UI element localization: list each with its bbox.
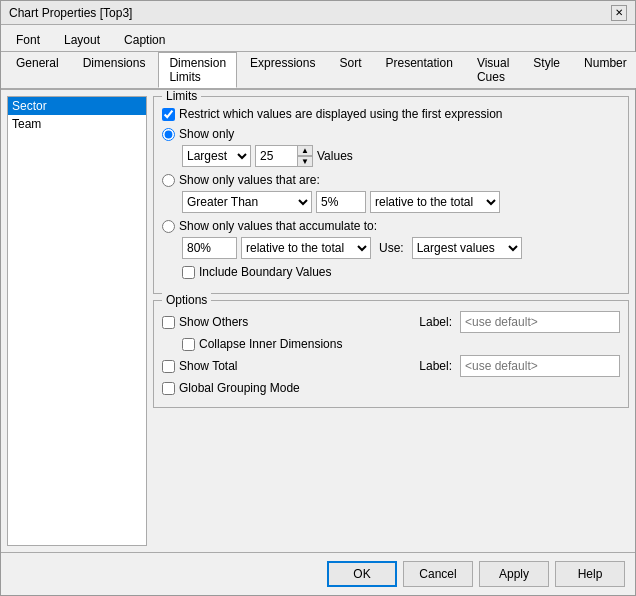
boundary-row: Include Boundary Values (182, 265, 620, 279)
total-label-input[interactable] (460, 355, 620, 377)
show-only-dropdown[interactable]: Largest Smallest (182, 145, 251, 167)
show-others-checkbox[interactable] (162, 316, 175, 329)
list-item-team[interactable]: Team (8, 115, 146, 133)
limits-group-title: Limits (162, 90, 201, 103)
show-total-checkbox[interactable] (162, 360, 175, 373)
title-bar: Chart Properties [Top3] ✕ (1, 1, 635, 25)
spinner-down-btn[interactable]: ▼ (297, 156, 313, 167)
tabs-row2: General Dimensions Dimension Limits Expr… (1, 52, 635, 90)
restrict-label: Restrict which values are displayed usin… (179, 107, 502, 121)
show-only-spinner: ▲ ▼ (255, 145, 313, 167)
apply-button[interactable]: Apply (479, 561, 549, 587)
others-label-input[interactable] (460, 311, 620, 333)
ok-button[interactable]: OK (327, 561, 397, 587)
show-total-label: Show Total (179, 359, 237, 373)
show-values-label: Show only values that are: (179, 173, 320, 187)
tab-sort[interactable]: Sort (328, 52, 372, 88)
others-label-text: Label: (419, 315, 452, 329)
tab-layout[interactable]: Layout (53, 29, 111, 51)
tabs-row1: Font Layout Caption (1, 25, 635, 52)
show-values-radio[interactable] (162, 174, 175, 187)
close-icon: ✕ (615, 7, 623, 18)
collapse-inner-label: Collapse Inner Dimensions (199, 337, 342, 351)
relative-dropdown[interactable]: relative to the total absolute (370, 191, 500, 213)
use-label: Use: (379, 241, 404, 255)
spinner-up-btn[interactable]: ▲ (297, 145, 313, 156)
boundary-label: Include Boundary Values (199, 265, 332, 279)
condition-controls: Greater Than Less Than Equal To relative… (182, 191, 620, 213)
tab-caption[interactable]: Caption (113, 29, 176, 51)
options-group-title: Options (162, 293, 211, 307)
window: Chart Properties [Top3] ✕ Font Layout Ca… (0, 0, 636, 596)
show-only-label: Show only (179, 127, 234, 141)
close-button[interactable]: ✕ (611, 5, 627, 21)
show-only-radio[interactable] (162, 128, 175, 141)
limits-group: Limits Restrict which values are display… (153, 96, 629, 294)
tab-presentation[interactable]: Presentation (375, 52, 464, 88)
accumulate-controls: relative to the total absolute Use: Larg… (182, 237, 620, 259)
global-grouping-checkbox[interactable] (162, 382, 175, 395)
tab-font[interactable]: Font (5, 29, 51, 51)
show-only-row: Show only (162, 127, 620, 141)
use-dropdown[interactable]: Largest values Smallest values (412, 237, 522, 259)
show-values-row: Show only values that are: (162, 173, 620, 187)
accumulate-row: Show only values that accumulate to: (162, 219, 620, 233)
cancel-button[interactable]: Cancel (403, 561, 473, 587)
total-label-text: Label: (419, 359, 452, 373)
tab-expressions[interactable]: Expressions (239, 52, 326, 88)
accumulate-relative-dropdown[interactable]: relative to the total absolute (241, 237, 371, 259)
condition-dropdown[interactable]: Greater Than Less Than Equal To (182, 191, 312, 213)
restrict-row: Restrict which values are displayed usin… (162, 107, 620, 121)
bottom-bar: OK Cancel Apply Help (1, 552, 635, 595)
restrict-checkbox[interactable] (162, 108, 175, 121)
show-total-row: Show Total Label: (162, 355, 620, 377)
show-only-value[interactable] (255, 145, 297, 167)
tab-style[interactable]: Style (522, 52, 571, 88)
tab-visual-cues[interactable]: Visual Cues (466, 52, 520, 88)
collapse-row: Collapse Inner Dimensions (182, 337, 620, 351)
spinner-buttons: ▲ ▼ (297, 145, 313, 167)
global-grouping-row: Global Grouping Mode (162, 381, 620, 395)
window-title: Chart Properties [Top3] (9, 6, 132, 20)
boundary-checkbox[interactable] (182, 266, 195, 279)
collapse-inner-checkbox[interactable] (182, 338, 195, 351)
show-only-controls: Largest Smallest ▲ ▼ Values (182, 145, 620, 167)
tab-general[interactable]: General (5, 52, 70, 88)
right-panel: Limits Restrict which values are display… (153, 96, 629, 546)
global-grouping-label: Global Grouping Mode (179, 381, 300, 395)
condition-value[interactable] (316, 191, 366, 213)
options-group: Options Show Others Label: Collapse Inne… (153, 300, 629, 408)
content-area: Sector Team Limits Restrict which values… (1, 90, 635, 552)
tab-number[interactable]: Number (573, 52, 636, 88)
accumulate-value[interactable] (182, 237, 237, 259)
help-button[interactable]: Help (555, 561, 625, 587)
tab-dimension-limits[interactable]: Dimension Limits (158, 52, 237, 88)
list-item-sector[interactable]: Sector (8, 97, 146, 115)
show-others-row: Show Others Label: (162, 311, 620, 333)
tab-dimensions[interactable]: Dimensions (72, 52, 157, 88)
accumulate-label: Show only values that accumulate to: (179, 219, 377, 233)
values-label: Values (317, 149, 353, 163)
accumulate-radio[interactable] (162, 220, 175, 233)
dimension-list: Sector Team (7, 96, 147, 546)
show-others-label: Show Others (179, 315, 248, 329)
